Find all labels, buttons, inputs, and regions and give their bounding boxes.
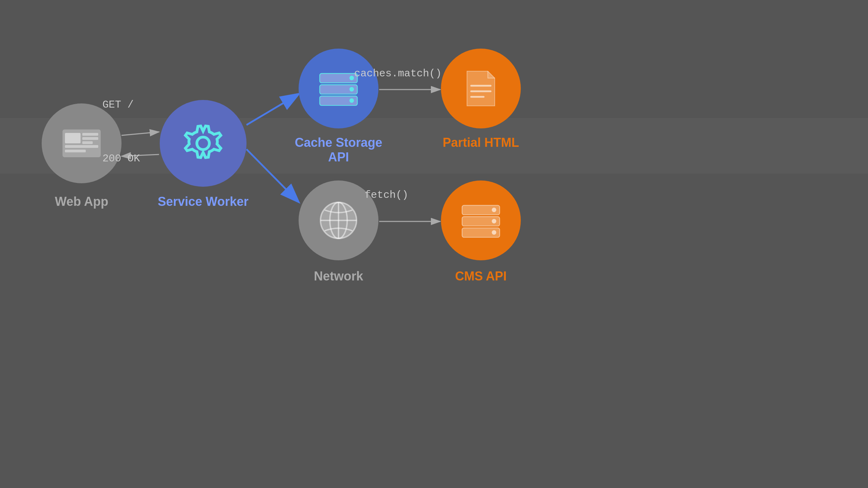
caches-match-label: caches.match() — [354, 68, 442, 79]
svg-point-35 — [492, 208, 496, 212]
cms-api-icon — [458, 201, 503, 239]
fetch-label: fetch() — [365, 189, 408, 201]
gear-icon — [181, 121, 226, 166]
partial-html-node — [441, 49, 521, 128]
svg-point-25 — [349, 98, 354, 103]
partial-html-label: Partial HTML — [427, 135, 535, 150]
svg-point-41 — [492, 230, 496, 235]
200ok-label: 200 OK — [102, 153, 140, 165]
diagram-container: Web App Service Worker Cache Storage API… — [0, 0, 868, 488]
svg-rect-12 — [65, 150, 86, 152]
svg-rect-10 — [65, 133, 81, 143]
service-worker-node — [160, 100, 247, 187]
cms-api-node — [441, 180, 521, 260]
network-icon — [316, 198, 361, 243]
cms-api-label: CMS API — [427, 269, 535, 284]
cache-storage-label: Cache Storage API — [285, 135, 392, 165]
cache-storage-node — [299, 49, 378, 128]
svg-point-38 — [492, 219, 496, 224]
svg-rect-11 — [65, 145, 98, 148]
svg-point-19 — [349, 76, 354, 80]
svg-rect-14 — [82, 137, 98, 140]
get-label: GET / — [102, 99, 134, 111]
webapp-icon — [61, 128, 102, 159]
svg-rect-13 — [82, 133, 98, 136]
svg-point-22 — [349, 87, 354, 92]
web-app-node — [42, 103, 122, 183]
service-worker-label: Service Worker — [146, 194, 260, 209]
svg-rect-15 — [82, 141, 93, 144]
svg-point-16 — [197, 137, 209, 150]
network-label: Network — [285, 269, 392, 284]
partial-html-icon — [464, 68, 498, 109]
web-app-label: Web App — [31, 194, 132, 209]
